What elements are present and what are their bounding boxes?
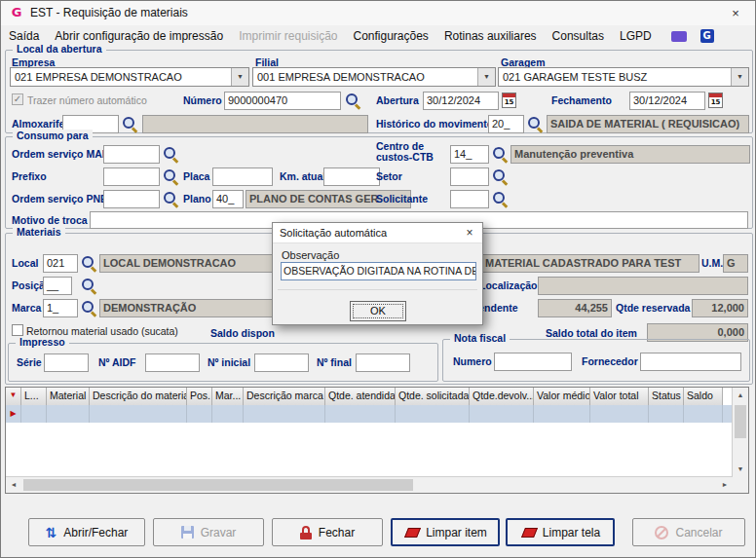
horizontal-scroll-thumb[interactable] [23,479,413,491]
group-local-abertura-caption: Local da abertura [13,43,106,55]
fechamento-label: Fechamento [551,94,612,106]
serie-field[interactable] [44,353,89,372]
scroll-right-icon[interactable]: ► [717,477,733,493]
observacao-label: Observação [282,249,339,261]
fechar-button[interactable]: Fechar [272,518,383,546]
nf-numero-label: Numero [453,355,492,367]
ordem-servico-man-field[interactable] [103,145,160,164]
os-pne-search-icon[interactable] [163,191,178,206]
globus-icon[interactable]: G [700,29,714,43]
plano-code-field[interactable]: 40_ [212,190,244,208]
km-atual-field[interactable] [323,167,380,186]
gravar-button: Gravar [153,518,264,546]
centro-custos-code-field[interactable]: 14_ [450,145,489,164]
menu-rotinas-auxiliares[interactable]: Rotinas auxiliares [436,29,545,43]
grid-col-header[interactable]: L... [21,388,47,405]
grid-selected-row[interactable]: ▶ [6,405,733,423]
observacao-input[interactable]: OBSERVAÇÃO DIGITADA NA ROTINA DE [281,262,476,280]
limpar-item-button[interactable]: Limpar item [391,518,500,546]
retornou-sucata-checkbox[interactable] [12,324,23,336]
fechamento-date-field[interactable]: 30/12/2024 [629,92,705,110]
grid-marker-header-icon: ▼ [6,388,21,405]
menu-abrir-configuracao-impressao[interactable]: Abrir configuração de impressão [47,29,231,43]
solicitante-field[interactable] [450,190,489,208]
abrir-fechar-button[interactable]: ⇅ Abrir/Fechar [28,518,145,546]
os-man-search-icon[interactable] [163,146,178,162]
grid-col-header[interactable]: Qtde.devolv... [470,388,534,405]
numero-search-icon[interactable] [345,93,360,108]
grid-col-header[interactable]: Qtde. atendida [325,388,396,405]
grid-col-header[interactable]: Pos. [187,388,212,405]
local-search-icon[interactable] [81,255,96,271]
marca-search-icon[interactable] [81,300,96,316]
abertura-date-field[interactable]: 30/12/2024 [423,92,499,110]
um-label: U.M. [701,257,723,269]
prefixo-search-icon[interactable] [163,168,178,184]
fechamento-calendar-icon[interactable]: 15 [708,93,723,108]
grid-col-header[interactable]: Valor médio [534,388,590,405]
centro-custos-search-icon[interactable] [492,146,508,162]
numero-inicial-field[interactable] [254,353,309,372]
grid-col-header[interactable]: Qtde. solicitada [396,388,470,405]
grid-col-header[interactable]: Saldo [684,388,723,405]
scroll-down-icon[interactable]: ▼ [733,462,748,477]
centro-custos-desc-field: Manutenção preventiva [510,145,750,164]
setor-search-icon[interactable] [492,168,508,184]
posicao-search-icon[interactable] [81,278,96,293]
grid-col-header[interactable]: Mar... [212,388,244,405]
grid-col-header[interactable]: Status [649,388,684,405]
solicitante-search-icon[interactable] [492,191,508,206]
empresa-combobox[interactable]: 021 EMPRESA DEMONSTRACAO ▼ [10,67,249,87]
historico-code-field[interactable]: 20_ [488,115,524,133]
grid-cell [212,405,244,423]
scroll-up-icon[interactable]: ▲ [733,388,748,403]
grid-col-header[interactable]: Descrição do material [90,388,187,405]
grid-col-header[interactable]: Descrição marca [244,388,325,405]
limpar-tela-button[interactable]: Limpar tela [506,518,615,546]
scroll-left-icon[interactable]: ◄ [6,477,21,493]
nf-numero-field[interactable] [494,353,572,371]
posicao-field[interactable]: __ [43,277,72,295]
grid-col-header[interactable]: Valor total [590,388,649,405]
qtde-pendente-field: 44,255 [538,299,612,317]
centro-custos-label: Centro de custos-CTB [376,141,438,163]
placa-field[interactable] [212,167,273,186]
chat-icon[interactable] [671,31,687,42]
vertical-scrollbar[interactable]: ▲ ▼ [732,388,748,477]
aidf-field[interactable] [145,353,200,372]
grid-col-header[interactable]: Material [47,388,90,405]
menu-saida[interactable]: Saída [1,29,47,43]
numero-field[interactable]: 9000000470 [224,92,341,110]
window-close-icon[interactable]: × [716,1,755,25]
grid-cell [21,405,47,423]
menu-lgpd[interactable]: LGPD [612,29,660,43]
horizontal-scrollbar[interactable]: ◄ ► [6,476,733,493]
window-title: EST - Requisição de materiais [30,1,188,25]
menu-consultas[interactable]: Consultas [545,29,612,43]
ordem-servico-man-label: Ordem serviço MAN [12,148,109,160]
marca-code-field[interactable]: 1_ [43,299,78,317]
local-code-field[interactable]: 021 [43,254,78,273]
dialog-close-icon[interactable]: × [457,223,482,242]
ordem-servico-pne-field[interactable] [103,190,160,208]
prefixo-field[interactable] [103,167,160,186]
vertical-scroll-thumb[interactable] [735,405,746,438]
menu-bar: Saída Abrir configuração de impressão Im… [1,25,755,47]
group-impresso: Impresso Série Nº AIDF Nº inicial Nº fin… [8,343,438,382]
filial-combobox[interactable]: 001 EMPRESA DEMONSTRACAO ▼ [252,67,496,87]
setor-field[interactable] [450,167,489,186]
abertura-calendar-icon[interactable]: 15 [502,93,516,108]
numero-final-field[interactable] [356,353,410,372]
almoxarife-search-icon[interactable] [122,116,137,131]
ok-button[interactable]: OK [350,301,406,321]
fechar-label: Fechar [319,526,355,539]
saldo-total-label: Saldo total do item [546,327,637,339]
menu-configuracoes[interactable]: Configurações [345,29,435,43]
garagem-combobox[interactable]: 021 GARAGEM TESTE BUSZ ▼ [498,67,749,87]
motivo-troca-label: Motivo de troca [12,214,88,226]
historico-search-icon[interactable] [527,116,543,131]
material-desc-field: MATERIAL CADASTRADO PARA TEST [481,254,699,273]
serie-label: Série [17,356,42,368]
nf-fornecedor-field[interactable] [640,353,741,371]
plano-label: Plano [183,193,211,205]
